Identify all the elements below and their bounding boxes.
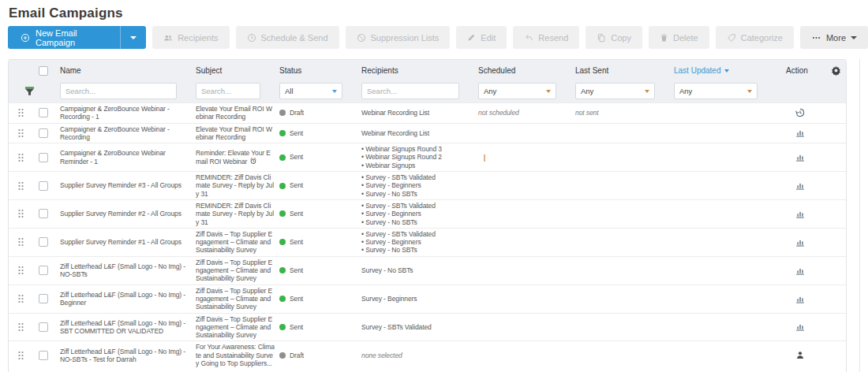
recipients-filter-input[interactable] xyxy=(361,83,459,99)
campaign-subject: Ziff Davis – Top Supplier Engagement – C… xyxy=(196,230,275,255)
recipient-item: Webinar Signups Round 3 xyxy=(361,145,472,153)
scheduled-marker xyxy=(484,154,485,162)
column-header-recipients[interactable]: Recipients xyxy=(361,66,478,75)
row-checkbox[interactable] xyxy=(39,153,48,162)
recipient-item: Survey - SBTs Validated xyxy=(361,202,472,210)
status-badge: Sent xyxy=(279,295,361,303)
categorize-label: Categorize xyxy=(741,33,783,43)
row-checkbox[interactable] xyxy=(39,128,48,138)
status-label: Sent xyxy=(290,323,303,331)
history-action-icon[interactable] xyxy=(795,107,806,118)
recipient-item: Webinar Signups Round 2 xyxy=(361,153,472,161)
status-badge: Sent xyxy=(279,323,361,331)
drag-handle-icon[interactable] xyxy=(17,128,24,138)
chart-action-icon[interactable] xyxy=(795,294,806,304)
column-header-last-updated[interactable]: Last Updated xyxy=(674,66,776,75)
drag-handle-icon[interactable] xyxy=(17,181,24,191)
status-badge: Draft xyxy=(279,109,361,117)
recipient-item: Survey - No SBTs xyxy=(361,266,472,274)
status-dot-icon xyxy=(279,352,286,359)
chart-action-icon[interactable] xyxy=(795,322,806,332)
campaign-subject: Reminder: Elevate Your Email ROI Webinar xyxy=(196,149,275,166)
delete-label: Delete xyxy=(673,33,698,43)
column-header-subject[interactable]: Subject xyxy=(196,66,279,75)
recipient-item: Survey - Beginners xyxy=(361,238,472,246)
status-dot-icon xyxy=(279,110,286,116)
status-dot-icon xyxy=(279,239,286,245)
row-checkbox[interactable] xyxy=(39,322,48,332)
status-badge: Sent xyxy=(279,129,361,137)
delete-button[interactable]: Delete xyxy=(649,26,709,49)
row-checkbox[interactable] xyxy=(39,294,48,303)
chart-action-icon[interactable] xyxy=(795,266,806,276)
recipient-item: none selected xyxy=(361,352,472,359)
status-label: Sent xyxy=(290,210,303,218)
suppression-lists-button[interactable]: Suppression Lists xyxy=(346,26,451,49)
recipients-label: Recipients xyxy=(178,33,218,43)
campaign-name: Ziff Letterhead L&F (Small Logo - No Img… xyxy=(60,319,196,336)
last-sent-filter-select[interactable]: Any xyxy=(575,83,655,99)
drag-handle-icon[interactable] xyxy=(17,322,24,332)
copy-button[interactable]: Copy xyxy=(586,26,642,49)
gear-icon[interactable] xyxy=(831,65,841,76)
resend-button[interactable]: Resend xyxy=(513,26,579,49)
schedule-send-button[interactable]: Schedule & Send xyxy=(236,26,339,49)
drag-handle-icon[interactable] xyxy=(17,266,24,275)
recipient-item: Webinar Signups xyxy=(361,162,472,169)
chart-action-icon[interactable] xyxy=(795,180,806,191)
filter-icon[interactable] xyxy=(24,86,35,96)
new-email-campaign-dropdown[interactable] xyxy=(120,26,146,49)
recipients-list: none selected xyxy=(361,352,478,359)
edit-label: Edit xyxy=(481,33,496,43)
status-dot-icon xyxy=(279,296,286,302)
people-icon xyxy=(163,33,173,43)
subject-filter-input[interactable] xyxy=(196,83,260,99)
person-action-icon[interactable] xyxy=(795,350,805,360)
chart-action-icon[interactable] xyxy=(795,152,806,162)
scheduled-filter-select[interactable]: Any xyxy=(478,83,556,99)
recipients-list: Survey - No SBTs xyxy=(361,266,478,274)
categorize-button[interactable]: Categorize xyxy=(716,26,794,49)
drag-handle-icon[interactable] xyxy=(17,153,24,162)
status-badge: Draft xyxy=(279,352,361,359)
recipient-item: Survey - No SBTs xyxy=(361,190,472,198)
chart-action-icon[interactable] xyxy=(795,237,806,247)
drag-handle-icon[interactable] xyxy=(17,209,24,218)
row-checkbox[interactable] xyxy=(39,209,48,218)
table-row: Campaigner & ZeroBounce Webinar Reminder… xyxy=(9,143,846,171)
row-checkbox[interactable] xyxy=(39,237,48,247)
drag-handle-icon[interactable] xyxy=(17,294,24,303)
status-filter-select[interactable]: All xyxy=(279,83,342,99)
select-all-checkbox[interactable] xyxy=(39,66,48,76)
chart-action-icon[interactable] xyxy=(795,128,806,138)
drag-handle-icon[interactable] xyxy=(17,237,24,247)
copy-icon xyxy=(597,33,606,43)
email-campaigns-page: Email Campaigns New Email Campaign Recip… xyxy=(0,0,868,372)
column-header-name[interactable]: Name xyxy=(60,66,196,75)
scheduled-value: not scheduled xyxy=(478,109,575,117)
name-filter-input[interactable] xyxy=(60,83,177,99)
trash-icon xyxy=(660,33,668,43)
campaign-name: Campaigner & ZeroBounce Webinar - Record… xyxy=(60,125,196,142)
row-checkbox[interactable] xyxy=(39,108,48,117)
status-badge: Sent xyxy=(279,210,361,218)
column-header-last-sent[interactable]: Last Sent xyxy=(575,66,674,75)
new-email-campaign-button[interactable]: New Email Campaign xyxy=(8,26,146,49)
drag-handle-icon[interactable] xyxy=(17,351,24,360)
row-checkbox[interactable] xyxy=(39,351,48,360)
recipients-button[interactable]: Recipients xyxy=(152,26,229,49)
row-checkbox[interactable] xyxy=(39,181,48,191)
recipients-list: Survey - SBTs ValidatedSurvey - Beginner… xyxy=(361,173,478,198)
table-row: Supplier Survey Reminder #3 - All Groups… xyxy=(9,171,846,199)
column-header-scheduled[interactable]: Scheduled xyxy=(478,66,575,75)
table-row: Supplier Survey Reminder #2 - All Groups… xyxy=(9,199,846,228)
column-header-status[interactable]: Status xyxy=(279,66,361,75)
more-button[interactable]: More xyxy=(800,26,868,49)
status-dot-icon xyxy=(279,324,286,330)
row-checkbox[interactable] xyxy=(39,266,48,275)
chart-action-icon[interactable] xyxy=(795,209,806,219)
edit-button[interactable]: Edit xyxy=(456,26,507,49)
last-updated-filter-select[interactable]: Any xyxy=(674,83,758,99)
drag-handle-icon[interactable] xyxy=(17,108,24,117)
campaign-name: Ziff Letterhead L&F (Small Logo - No Img… xyxy=(60,262,196,279)
